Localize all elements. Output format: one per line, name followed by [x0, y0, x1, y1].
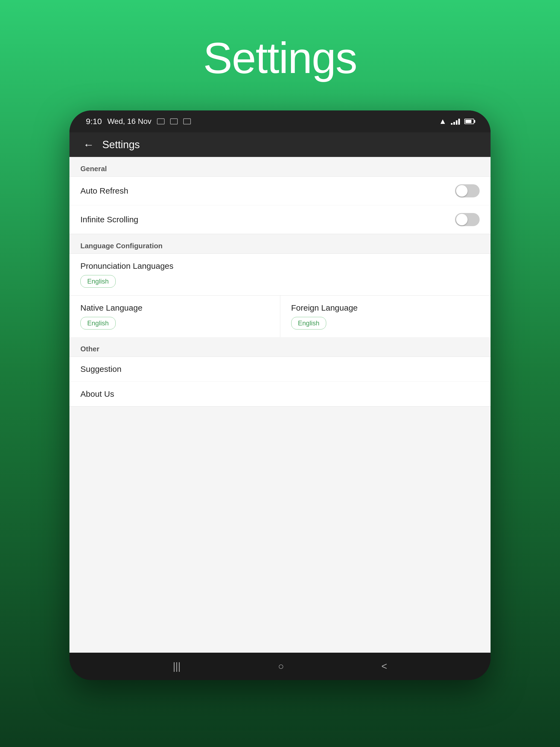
- pronunciation-badge[interactable]: English: [80, 275, 116, 288]
- suggestion-item[interactable]: Suggestion: [70, 357, 490, 382]
- foreign-language-label: Foreign Language: [291, 303, 480, 312]
- app-bar: ← Settings: [70, 132, 490, 157]
- other-section-header: Other: [70, 337, 490, 357]
- pronunciation-label: Pronunciation Languages: [80, 261, 480, 271]
- auto-refresh-item[interactable]: Auto Refresh: [70, 177, 490, 205]
- infinite-scrolling-label: Infinite Scrolling: [80, 215, 138, 224]
- language-section-header: Language Configuration: [70, 234, 490, 254]
- infinite-scrolling-toggle[interactable]: [455, 213, 480, 226]
- native-foreign-row: Native Language English Foreign Language…: [70, 295, 490, 337]
- other-group: Suggestion About Us: [70, 357, 490, 407]
- native-language-label: Native Language: [80, 303, 269, 312]
- auto-refresh-toggle-knob: [456, 185, 467, 197]
- status-date: Wed, 16 Nov: [107, 117, 151, 126]
- foreign-badge[interactable]: English: [291, 317, 327, 330]
- battery-icon: [464, 119, 474, 124]
- settings-content: General Auto Refresh Infinite Scrolling …: [70, 157, 490, 653]
- about-us-item[interactable]: About Us: [70, 382, 490, 406]
- auto-refresh-toggle[interactable]: [455, 184, 480, 198]
- status-left: 9:10 Wed, 16 Nov: [86, 117, 191, 126]
- wifi-icon: ▲: [439, 117, 447, 126]
- status-bar: 9:10 Wed, 16 Nov ▲: [70, 110, 490, 132]
- page-title: Settings: [203, 33, 357, 83]
- suggestion-label: Suggestion: [80, 364, 121, 374]
- signal-icon: [451, 118, 460, 125]
- infinite-scrolling-item[interactable]: Infinite Scrolling: [70, 205, 490, 234]
- nav-menu-icon[interactable]: |||: [173, 661, 180, 672]
- gallery-icon: [157, 119, 164, 124]
- status-right: ▲: [439, 117, 474, 126]
- nav-bar: ||| ○ <: [70, 653, 490, 680]
- nav-home-icon[interactable]: ○: [278, 661, 284, 672]
- status-time: 9:10: [86, 117, 102, 126]
- auto-refresh-label: Auto Refresh: [80, 186, 128, 196]
- pronunciation-item[interactable]: Pronunciation Languages English: [70, 254, 490, 295]
- infinite-scrolling-toggle-knob: [456, 214, 467, 225]
- empty-area: [70, 407, 490, 653]
- photo-icon: [170, 119, 178, 124]
- about-label: About Us: [80, 389, 114, 398]
- back-button[interactable]: ←: [83, 138, 94, 151]
- app-bar-title: Settings: [102, 139, 140, 151]
- foreign-language-item[interactable]: Foreign Language English: [280, 295, 491, 337]
- device-frame: 9:10 Wed, 16 Nov ▲ ← Settings General: [70, 110, 490, 680]
- screen-icon: [183, 119, 191, 124]
- nav-back-icon[interactable]: <: [381, 661, 387, 672]
- native-language-item[interactable]: Native Language English: [70, 295, 280, 337]
- general-group: Auto Refresh Infinite Scrolling: [70, 176, 490, 234]
- language-config-group: Pronunciation Languages English Native L…: [70, 254, 490, 337]
- general-section-header: General: [70, 157, 490, 176]
- native-badge[interactable]: English: [80, 317, 116, 330]
